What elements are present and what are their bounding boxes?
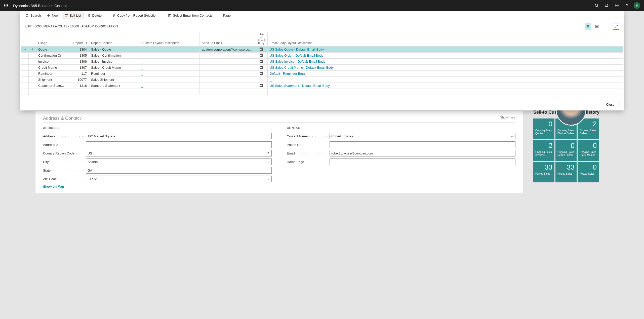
svg-rect-4 [6,5,7,6]
svg-point-12 [627,7,627,7]
svg-point-11 [616,5,617,6]
svg-rect-8 [7,7,8,7]
svg-rect-0 [4,4,5,5]
svg-rect-7 [6,7,7,7]
svg-point-9 [595,4,598,7]
svg-rect-2 [7,4,8,5]
notifications-icon[interactable] [602,0,612,11]
app-title: Dynamics 365 Business Central [13,4,67,8]
svg-rect-6 [4,7,5,7]
svg-rect-3 [4,5,5,6]
search-icon[interactable] [592,0,602,11]
app-launcher-icon[interactable] [2,2,10,10]
svg-rect-5 [7,5,8,6]
help-icon[interactable] [622,0,632,11]
svg-rect-1 [6,4,7,5]
settings-icon[interactable] [612,0,622,11]
user-avatar[interactable]: IK [632,0,642,11]
svg-line-10 [597,6,598,7]
global-header: Dynamics 365 Business Central IK [0,0,644,11]
